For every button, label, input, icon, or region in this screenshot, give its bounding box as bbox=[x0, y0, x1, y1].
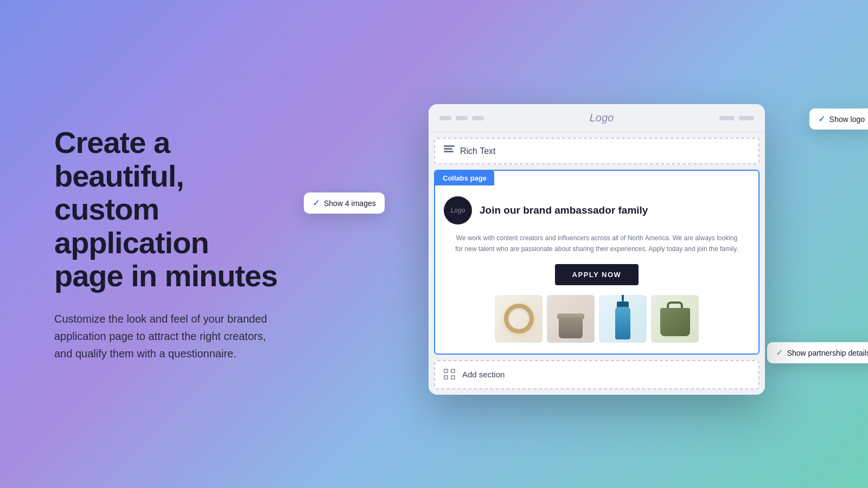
sub-text: Customize the look and feel of your bran… bbox=[54, 310, 282, 362]
collabs-inner: Logo Join our brand ambassador family We… bbox=[435, 185, 758, 353]
browser-dots bbox=[439, 116, 484, 120]
right-section: ✓ Show logo ✓ Show 4 images ✓ Show partn… bbox=[326, 0, 868, 488]
add-section-dot-3 bbox=[444, 375, 448, 380]
browser-ctrl-2 bbox=[739, 116, 754, 120]
jar-shape bbox=[559, 318, 583, 338]
ring-shape bbox=[504, 304, 534, 333]
browser-dot-2 bbox=[456, 116, 468, 120]
browser-ctrl-1 bbox=[719, 116, 735, 120]
browser-bar: Logo bbox=[429, 104, 765, 132]
add-section-dot-4 bbox=[451, 375, 455, 380]
tooltip-show-logo[interactable]: ✓ Show logo bbox=[809, 108, 868, 130]
check-icon: ✓ bbox=[818, 114, 825, 124]
tooltip-show-partnership[interactable]: ✓ Show partnership details bbox=[767, 342, 868, 363]
browser-logo: Logo bbox=[590, 112, 614, 124]
tooltip-show-images[interactable]: ✓ Show 4 images bbox=[304, 192, 385, 214]
left-section: Create a beautiful, custom application p… bbox=[0, 82, 326, 406]
show-partnership-label: Show partnership details bbox=[787, 349, 868, 357]
product-images bbox=[444, 295, 750, 343]
collabs-tab[interactable]: Collabs page bbox=[435, 171, 494, 185]
product-image-ring bbox=[495, 295, 542, 343]
svg-rect-0 bbox=[444, 145, 455, 147]
add-section-dot-1 bbox=[444, 369, 448, 373]
bag-shape bbox=[660, 308, 690, 336]
add-section[interactable]: Add section bbox=[434, 360, 760, 389]
show-images-label: Show 4 images bbox=[324, 199, 376, 208]
svg-rect-2 bbox=[444, 151, 454, 152]
add-section-label: Add section bbox=[462, 370, 505, 379]
product-image-bottle bbox=[599, 295, 647, 343]
browser-controls bbox=[719, 116, 754, 120]
rich-text-icon bbox=[444, 145, 455, 157]
browser-dot-3 bbox=[472, 116, 484, 120]
add-section-icon bbox=[444, 369, 456, 381]
check-icon-images: ✓ bbox=[312, 198, 320, 208]
check-icon-partnership: ✓ bbox=[776, 348, 783, 358]
bottle-shape bbox=[615, 307, 630, 339]
apply-now-button[interactable]: APPLY NOW bbox=[555, 264, 639, 285]
rich-text-section[interactable]: Rich Text bbox=[434, 138, 760, 164]
brand-logo-text: Logo bbox=[451, 207, 465, 214]
browser-dot-1 bbox=[439, 116, 451, 120]
mockup-browser: Logo Rich Text Collabs page bbox=[429, 104, 765, 394]
add-section-dot-2 bbox=[451, 369, 455, 373]
bottle-pump bbox=[622, 295, 624, 301]
collabs-section: Collabs page Logo Join our brand ambassa… bbox=[434, 170, 760, 354]
product-image-bag bbox=[651, 295, 699, 343]
svg-rect-1 bbox=[444, 148, 452, 150]
product-image-jar bbox=[547, 295, 595, 343]
brand-headline: Join our brand ambassador family bbox=[480, 204, 648, 217]
brand-logo: Logo bbox=[444, 196, 472, 224]
rich-text-label: Rich Text bbox=[460, 146, 496, 156]
brand-hero: Logo Join our brand ambassador family bbox=[444, 196, 750, 224]
brand-description: We work with content creators and influe… bbox=[444, 233, 750, 254]
main-headline: Create a beautiful, custom application p… bbox=[54, 126, 282, 293]
show-logo-label: Show logo bbox=[829, 115, 865, 124]
